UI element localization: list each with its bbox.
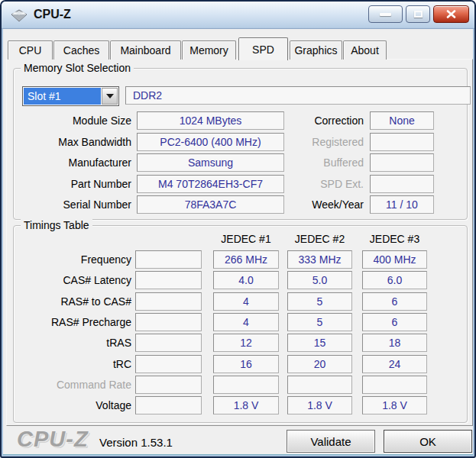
week-year-label: Week/Year (286, 195, 364, 214)
cpuz-logo: CPU-Z (17, 427, 89, 452)
serial-number-field: 78FA3A7C (137, 195, 284, 214)
memory-slot-selection-legend: Memory Slot Selection (21, 61, 134, 75)
trc-jedec1-cell: 16 (213, 355, 279, 373)
slot-selector-dropdown-button[interactable] (102, 88, 118, 105)
memory-slot-selection-group: Memory Slot Selection Slot #1 DDR2 Modul… (13, 68, 468, 220)
ras-to-cas-jedec1-cell: 4 (213, 292, 279, 311)
tab-about[interactable]: About (343, 40, 387, 60)
command-rate-jedec2-cell (287, 376, 352, 394)
close-button[interactable] (433, 5, 469, 23)
command-rate-label: Command Rate (17, 376, 131, 394)
slot-selector-value: Slot #1 (24, 88, 101, 105)
module-size-field: 1024 MBytes (137, 111, 284, 130)
tab-spd[interactable]: SPD (238, 37, 288, 60)
correction-label: Correction (286, 111, 364, 130)
column-header-jedec2: JEDEC #2 (287, 233, 352, 246)
minimize-button[interactable] (368, 5, 403, 23)
ras-precharge-jedec2-cell: 5 (287, 313, 352, 331)
ras-precharge-label: RAS# Precharge (17, 313, 131, 331)
trc-jedec2-cell: 20 (287, 355, 352, 373)
frequency-jedec1-cell: 266 MHz (213, 250, 279, 269)
cpuz-window: CPU-Z CPU Caches Mainboard Memory SPD Gr… (0, 0, 476, 458)
voltage-label: Voltage (17, 396, 131, 414)
voltage-jedec3-cell: 1.8 V (362, 396, 427, 414)
trc-current-cell (135, 355, 202, 373)
voltage-jedec2-cell: 1.8 V (287, 396, 352, 414)
window-title: CPU-Z (34, 8, 71, 21)
ras-to-cas-jedec3-cell: 6 (362, 292, 427, 311)
week-year-field: 11 / 10 (370, 195, 434, 214)
part-number-label: Part Number (17, 175, 131, 193)
slot-selector-dropdown[interactable]: Slot #1 (22, 86, 119, 106)
frequency-current-cell (135, 250, 202, 269)
buffered-label: Buffered (286, 153, 364, 172)
correction-field: None (370, 111, 434, 130)
frequency-jedec2-cell: 333 MHz (287, 250, 352, 269)
ras-to-cas-current-cell (135, 292, 202, 311)
tab-bar: CPU Caches Mainboard Memory SPD Graphics… (8, 37, 387, 60)
max-bandwidth-label: Max Bandwidth (17, 133, 131, 151)
cpuz-diamond-icon (10, 9, 28, 22)
manufacturer-label: Manufacturer (17, 153, 131, 172)
close-x-icon (446, 10, 456, 18)
tab-mainboard[interactable]: Mainboard (110, 40, 181, 60)
registered-label: Registered (286, 133, 364, 151)
frequency-label: Frequency (17, 250, 131, 269)
tras-label: tRAS (17, 334, 131, 352)
max-bandwidth-field: PC2-6400 (400 MHz) (137, 133, 284, 151)
memory-type-field: DDR2 (125, 86, 471, 105)
module-size-label: Module Size (17, 111, 131, 130)
cas-latency-jedec2-cell: 5.0 (287, 271, 352, 289)
chevron-down-icon (106, 94, 114, 98)
validate-button[interactable]: Validate (287, 430, 375, 453)
version-text: Version 1.53.1 (99, 436, 173, 449)
ok-button[interactable]: OK (384, 430, 472, 453)
command-rate-jedec1-cell (213, 376, 279, 394)
footer-bar: CPU-Z Version 1.53.1 Validate OK (6, 426, 470, 456)
command-rate-jedec3-cell (362, 376, 427, 394)
tab-graphics[interactable]: Graphics (290, 40, 342, 60)
ras-precharge-jedec3-cell: 6 (362, 313, 427, 331)
ras-to-cas-label: RAS# to CAS# (17, 292, 131, 311)
tab-caches[interactable]: Caches (53, 40, 109, 60)
ras-to-cas-jedec2-cell: 5 (287, 292, 352, 311)
manufacturer-field: Samsung (137, 153, 284, 172)
window-controls (368, 5, 469, 23)
tras-jedec2-cell: 15 (287, 334, 352, 352)
ras-precharge-jedec1-cell: 4 (213, 313, 279, 331)
maximize-button[interactable] (406, 5, 430, 23)
spd-tab-page: Memory Slot Selection Slot #1 DDR2 Modul… (6, 59, 473, 426)
cas-latency-label: CAS# Latency (17, 271, 131, 289)
titlebar[interactable]: CPU-Z (2, 2, 474, 29)
tras-jedec3-cell: 18 (362, 334, 427, 352)
buffered-field (370, 153, 434, 172)
trc-jedec3-cell: 24 (362, 355, 427, 373)
tab-cpu[interactable]: CPU (8, 40, 53, 60)
command-rate-current-cell (135, 376, 202, 394)
tras-jedec1-cell: 12 (213, 334, 279, 352)
serial-number-label: Serial Number (17, 195, 131, 214)
timings-table-group: Timings Table JEDEC #1 JEDEC #2 JEDEC #3… (13, 225, 468, 423)
column-header-jedec3: JEDEC #3 (362, 233, 427, 246)
cas-latency-current-cell (135, 271, 202, 289)
tab-memory[interactable]: Memory (182, 40, 236, 60)
tras-current-cell (135, 334, 202, 352)
ras-precharge-current-cell (135, 313, 202, 331)
cas-latency-jedec3-cell: 6.0 (362, 271, 427, 289)
trc-label: tRC (17, 355, 131, 373)
spd-ext-label: SPD Ext. (286, 175, 364, 193)
voltage-jedec1-cell: 1.8 V (213, 396, 279, 414)
voltage-current-cell (135, 396, 202, 414)
maximize-icon (414, 11, 423, 18)
registered-field (370, 133, 434, 151)
minimize-icon (380, 13, 391, 16)
cas-latency-jedec1-cell: 4.0 (213, 271, 279, 289)
timings-table-legend: Timings Table (21, 218, 92, 232)
column-header-jedec1: JEDEC #1 (213, 233, 279, 246)
part-number-field: M4 70T2864EH3-CF7 (137, 175, 284, 193)
frequency-jedec3-cell: 400 MHz (362, 250, 427, 269)
spd-ext-field (370, 175, 434, 193)
